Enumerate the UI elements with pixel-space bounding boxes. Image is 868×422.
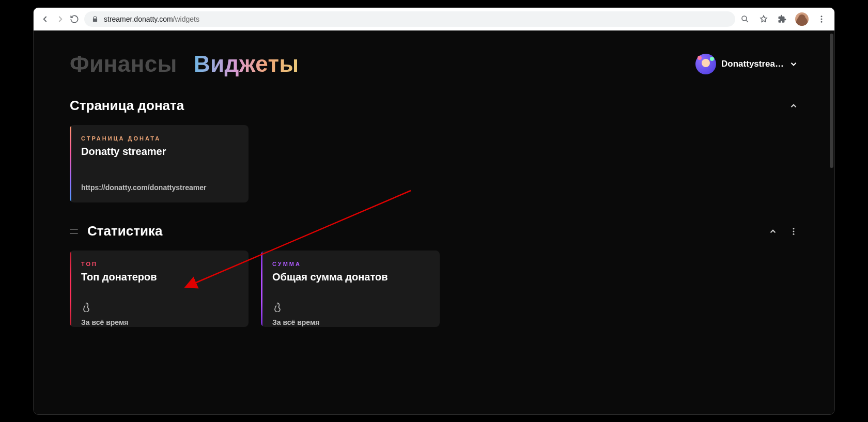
user-name: Donattystrea… bbox=[721, 59, 784, 69]
drag-handle-icon[interactable] bbox=[70, 229, 78, 234]
card-tag: СУММА bbox=[272, 261, 428, 267]
address-bar[interactable]: streamer.donatty.com/widgets bbox=[84, 11, 735, 27]
url-text: streamer.donatty.com/widgets bbox=[104, 15, 199, 23]
svg-point-3 bbox=[821, 21, 823, 23]
section-donate-head: Страница доната bbox=[70, 98, 798, 114]
browser-menu-icon[interactable] bbox=[816, 13, 827, 25]
collapse-icon[interactable] bbox=[768, 227, 778, 236]
total-sum-card[interactable]: СУММА Общая сумма донатов За всё время bbox=[261, 251, 440, 327]
card-tag: СТРАНИЦА ДОНАТА bbox=[81, 135, 237, 142]
profile-avatar-icon[interactable] bbox=[795, 12, 809, 26]
card-stripe bbox=[70, 125, 71, 202]
section-stats-actions bbox=[768, 227, 798, 236]
main-tabs: Финансы Виджеты bbox=[70, 51, 299, 77]
svg-point-5 bbox=[793, 230, 795, 232]
tab-finance[interactable]: Финансы bbox=[70, 51, 177, 77]
card-title: Топ донатеров bbox=[81, 271, 237, 283]
section-stats-title-wrap: Статистика bbox=[70, 223, 162, 239]
donate-cards: СТРАНИЦА ДОНАТА Donatty streamer https:/… bbox=[70, 125, 798, 202]
card-stripe bbox=[70, 251, 71, 327]
card-link: https://donatty.com/donattystreamer bbox=[81, 183, 237, 192]
top-donors-card[interactable]: ТОП Топ донатеров За всё время bbox=[70, 251, 249, 327]
card-stripe bbox=[261, 251, 262, 327]
svg-point-1 bbox=[821, 15, 823, 17]
section-stats-title: Статистика bbox=[87, 223, 162, 239]
svg-point-2 bbox=[821, 19, 823, 20]
stats-cards: ТОП Топ донатеров За всё время СУММА Общ… bbox=[70, 251, 798, 327]
chevron-down-icon bbox=[789, 59, 798, 69]
snap-icon bbox=[272, 302, 284, 313]
card-title: Donatty streamer bbox=[81, 146, 237, 158]
scrollbar[interactable] bbox=[830, 34, 833, 168]
url-path: /widgets bbox=[173, 15, 199, 23]
app-header: Финансы Виджеты Donattystrea… bbox=[70, 51, 798, 77]
window-frame: streamer.donatty.com/widgets Финансы bbox=[33, 7, 835, 415]
browser-chrome: streamer.donatty.com/widgets bbox=[34, 8, 834, 30]
svg-point-8 bbox=[277, 304, 278, 305]
back-button[interactable] bbox=[40, 13, 51, 25]
card-title: Общая сумма донатов bbox=[272, 271, 428, 283]
lock-icon bbox=[91, 15, 99, 23]
user-menu[interactable]: Donattystrea… bbox=[695, 54, 798, 74]
card-meta: За всё время bbox=[272, 318, 428, 326]
section-stats-head: Статистика bbox=[70, 223, 798, 239]
browser-right-icons bbox=[739, 12, 830, 26]
zoom-icon[interactable] bbox=[739, 13, 751, 25]
card-tag: ТОП bbox=[81, 261, 237, 267]
app-content: Финансы Виджеты Donattystrea… Страница д… bbox=[34, 30, 834, 414]
collapse-icon[interactable] bbox=[789, 101, 798, 111]
svg-point-6 bbox=[793, 233, 795, 235]
user-avatar-icon bbox=[695, 54, 716, 74]
url-host: streamer.donatty.com bbox=[104, 15, 173, 23]
svg-point-0 bbox=[742, 16, 747, 21]
card-meta: За всё время bbox=[81, 318, 237, 326]
section-donate-actions bbox=[789, 101, 798, 111]
bookmark-star-icon[interactable] bbox=[758, 13, 769, 25]
section-donate-title: Страница доната bbox=[70, 98, 184, 114]
snap-icon bbox=[81, 302, 92, 313]
browser-nav bbox=[38, 13, 80, 25]
forward-button[interactable] bbox=[54, 13, 66, 25]
svg-point-7 bbox=[86, 304, 87, 305]
reload-button[interactable] bbox=[69, 13, 80, 25]
more-icon[interactable] bbox=[789, 227, 798, 236]
tab-widgets[interactable]: Виджеты bbox=[194, 51, 299, 77]
extensions-icon[interactable] bbox=[777, 13, 788, 25]
donate-page-card[interactable]: СТРАНИЦА ДОНАТА Donatty streamer https:/… bbox=[70, 125, 249, 202]
svg-point-4 bbox=[793, 228, 795, 229]
